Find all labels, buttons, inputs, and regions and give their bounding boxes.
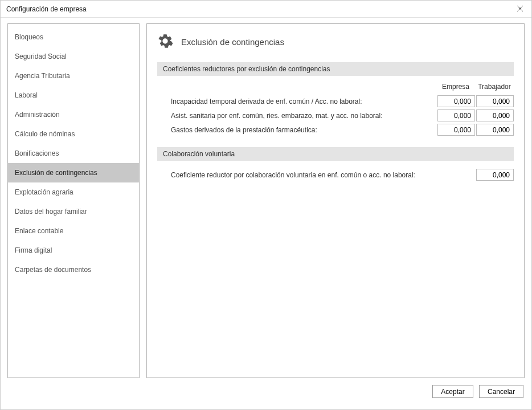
sidebar-item-10[interactable]: Enlace contable — [8, 221, 139, 241]
cancel-button[interactable]: Cancelar — [479, 385, 523, 398]
section1-body: Empresa Trabajador Incapacidad temporal … — [157, 83, 514, 147]
gear-icon — [157, 33, 173, 51]
coef-empresa-input[interactable] — [437, 109, 475, 121]
page-title: Exclusión de contingencias — [181, 37, 284, 47]
footer: Aceptar Cancelar — [1, 383, 531, 404]
sidebar-item-5[interactable]: Cálculo de nóminas — [8, 124, 139, 144]
sidebar-item-2[interactable]: Agencia Tributaria — [8, 66, 139, 86]
section2-body: Coeficiente reductor por colaboración vo… — [157, 168, 514, 192]
coef-label: Incapacidad temporal derivada de enf. co… — [171, 98, 436, 105]
section1-header: Coeficientes reductores por exclusión de… — [157, 62, 514, 76]
sidebar-item-3[interactable]: Laboral — [8, 86, 139, 105]
sidebar-item-0[interactable]: Bloqueos — [8, 27, 139, 47]
coef-trabajador-input[interactable] — [476, 95, 514, 107]
sidebar: BloqueosSeguridad SocialAgencia Tributar… — [7, 23, 140, 378]
voluntary-label: Coeficiente reductor por colaboración vo… — [171, 171, 475, 179]
window-title: Configuración de empresa — [6, 5, 87, 13]
voluntary-input[interactable] — [476, 169, 514, 181]
sidebar-item-4[interactable]: Administración — [8, 105, 139, 124]
column-headers: Empresa Trabajador — [157, 83, 514, 91]
close-button[interactable] — [509, 1, 531, 18]
sidebar-item-11[interactable]: Firma digital — [8, 241, 139, 260]
col-header-empresa: Empresa — [436, 83, 475, 91]
sidebar-item-7[interactable]: Exclusión de contingencias — [8, 163, 139, 182]
coef-empresa-input[interactable] — [437, 124, 475, 136]
coef-row-2: Gastos derivados de la prestación farmac… — [157, 123, 514, 137]
content-area: BloqueosSeguridad SocialAgencia Tributar… — [1, 18, 531, 383]
sidebar-item-1[interactable]: Seguridad Social — [8, 47, 139, 66]
coef-row-0: Incapacidad temporal derivada de enf. co… — [157, 94, 514, 108]
coef-label: Gastos derivados de la prestación farmac… — [171, 126, 436, 134]
sidebar-item-6[interactable]: Bonificaciones — [8, 144, 139, 163]
main-panel: Exclusión de contingencias Coeficientes … — [146, 23, 525, 378]
close-icon — [517, 5, 523, 13]
titlebar: Configuración de empresa — [1, 1, 531, 18]
sidebar-item-9[interactable]: Datos del hogar familiar — [8, 202, 139, 221]
coef-empresa-input[interactable] — [437, 95, 475, 107]
page-header: Exclusión de contingencias — [157, 33, 514, 51]
sidebar-item-12[interactable]: Carpetas de documentos — [8, 260, 139, 279]
coef-trabajador-input[interactable] — [476, 124, 514, 136]
col-header-trabajador: Trabajador — [475, 83, 514, 91]
coef-label: Asist. sanitaria por enf. común, ries. e… — [171, 112, 436, 120]
coef-trabajador-input[interactable] — [476, 109, 514, 121]
coef-row-1: Asist. sanitaria por enf. común, ries. e… — [157, 108, 514, 123]
voluntary-row: Coeficiente reductor por colaboración vo… — [157, 168, 514, 182]
accept-button[interactable]: Aceptar — [432, 385, 473, 398]
sidebar-item-8[interactable]: Explotación agraria — [8, 182, 139, 202]
section2-header: Colaboración voluntaria — [157, 147, 514, 161]
